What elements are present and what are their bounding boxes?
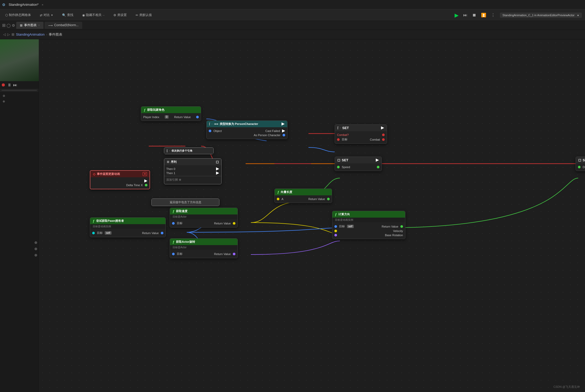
grid-icon: ⊞ (20, 24, 23, 27)
expand-btn-3[interactable]: ⊕ (34, 253, 37, 257)
exec-in-pin (209, 123, 212, 126)
main-layout: ⏺ ⏸ ⏭ ⚙ ⊕ ⊕ ⊕ ⊕ (0, 39, 585, 392)
speed-row: Speed (335, 165, 382, 169)
play-button[interactable]: ▶ (455, 12, 459, 18)
settings-row[interactable]: ⚙ (2, 93, 37, 98)
step-small-btn[interactable]: ⏭ (13, 83, 17, 87)
self-badge: self (105, 231, 112, 235)
node-sequence-header: ⊞ 序列 (164, 159, 221, 165)
node-vector-length[interactable]: ƒ 向量长度 A Return Value (274, 189, 332, 203)
node-try-get-pawn[interactable]: ƒ 尝试获取Pawn拥有者 目标是动画实例 目标 self Return Val… (90, 217, 166, 237)
then0-label: Then 0 (166, 167, 175, 170)
record-button[interactable]: ⏫ (481, 13, 486, 18)
node-calcdir-body: 目标 self Return Value Velocity Base Rotat… (332, 222, 405, 239)
node-cast-header: ⇒⇒ 类型转换为 PersonCharacter (207, 121, 287, 127)
direction-info-label: 返回值中包含了方向信息 (152, 199, 219, 206)
vel-pin (334, 230, 337, 232)
node-set-speed[interactable]: SET Speed (335, 157, 382, 171)
close-tab-icon[interactable]: × (38, 24, 40, 27)
stop-button[interactable]: ⏹ (472, 13, 476, 18)
add-row[interactable]: ⊕ (2, 99, 37, 104)
blueprint-canvas[interactable]: ƒ 获取玩家角色 Player Index 0 Return Value ⇒⇒ … (39, 39, 585, 392)
preview-viewport (0, 39, 39, 81)
node-get-rotation[interactable]: ƒ 获取Actor旋转 目标是Actor 目标 Return Value (170, 238, 238, 258)
base-rot-row: Base Rotation (332, 233, 405, 237)
hide-icon: ◉ (82, 13, 85, 17)
expand-btn-2[interactable]: ⊕ (34, 247, 37, 251)
class-settings-btn[interactable]: ⚙ 类设置 (111, 12, 129, 18)
record-button-small[interactable]: ⏺ (1, 82, 6, 88)
grot-subtitle: 目标是Actor (170, 245, 238, 250)
calcdir-subtitle: 目标是动画实例 (332, 218, 405, 222)
nav-grid-btn[interactable]: ⊞ (12, 32, 14, 36)
delta-row: Delta Time X (90, 183, 150, 187)
gear-icon: ⚙ (113, 13, 116, 17)
tab-event-graph[interactable]: ⊞ 事件图表 × (16, 22, 43, 29)
exec-out-pin (282, 123, 285, 126)
toolbar: ⬡ 制作静态网格体 ⇄ 对比 ▼ 🔍 查找 ◉ 隐藏不相关 ··· ⚙ 类设置 … (0, 9, 585, 21)
player-index-value[interactable]: 0 (165, 115, 169, 119)
left-panel-buttons: ⊕ ⊕ ⊕ (34, 240, 37, 257)
node-pawn-body: 目标 self Return Value (90, 229, 165, 237)
step-button[interactable]: ⏭ (463, 13, 467, 18)
node-get-velocity[interactable]: ƒ 获取速度 目标是Actor 目标 Return Value (170, 208, 238, 228)
hide-btn[interactable]: ◉ 隐藏不相关 ··· (80, 12, 107, 18)
add-pin-icon: ⊕ (179, 178, 181, 181)
compare-btn[interactable]: ⇄ 对比 ▼ (38, 12, 55, 18)
pause-small-btn[interactable]: ⏸ (7, 83, 12, 87)
node-sequence[interactable]: ⊞ 序列 Then 0 Then 1 添加引脚 ⊕ (164, 158, 222, 184)
class-defaults-btn[interactable]: ✏ 类默认值 (134, 12, 154, 18)
then1-row: Then 1 (164, 171, 221, 175)
expand-btn-1[interactable]: ⊕ (34, 240, 37, 245)
direction-row: Direction (576, 165, 585, 169)
search-icon: 🔍 (62, 13, 66, 17)
chevron-down-icon: ▼ (51, 14, 53, 16)
node-set-combat[interactable]: SET Combat? 目标 Combat (335, 124, 387, 144)
exec-out (144, 179, 147, 183)
velocity-row: Velocity (332, 229, 405, 233)
node-set-direction-body: Direction (576, 163, 585, 171)
nav-forward-btn[interactable]: ▷ (7, 32, 10, 36)
node-event-update[interactable]: ◇ 事件蓝图更新动画 ✕ Delta Time X (90, 170, 150, 189)
node-set-direction[interactable]: SET Direction (576, 157, 585, 171)
node-get-player-char[interactable]: ƒ 获取玩家角色 Player Index 0 Return Value (141, 106, 201, 121)
node-set-combat-body: Combat? 目标 Combat (335, 131, 387, 143)
preview-actor-selector[interactable]: StandingAnimation_C_1 in AnimationEditor… (500, 13, 582, 18)
add-pin-row[interactable]: 添加引脚 ⊕ (164, 177, 221, 183)
exec-in (167, 149, 170, 152)
player-index-label: Player Index (143, 115, 159, 119)
node-cast-to-person[interactable]: ⇒⇒ 类型转换为 PersonCharacter Object Cast Fai… (206, 120, 288, 139)
node-set-speed-body: Speed (335, 163, 382, 171)
tab-combat-norm[interactable]: ⟶ Combat到Norm... (45, 22, 82, 29)
node-multi-gate[interactable]: 依次执行多个引角 (164, 147, 214, 154)
search-btn[interactable]: 🔍 查找 (60, 12, 75, 18)
then1-label: Then 1 (166, 172, 175, 175)
func-icon: ƒ (93, 219, 95, 223)
exec-in (578, 159, 581, 162)
a-in-pin (277, 198, 279, 200)
panel-icon[interactable]: ⊞ (2, 23, 5, 28)
watermark: CSDN @飞天遇见坤 (554, 385, 580, 389)
target-in-pin (172, 253, 175, 255)
more-options-button[interactable]: ⋮ (491, 13, 495, 18)
breadcrumb-root[interactable]: StandingAnimation (16, 32, 45, 36)
left-icons-panel: ⚙ ⊕ (0, 92, 38, 106)
node-sequence-body: Then 0 Then 1 添加引脚 ⊕ (164, 165, 221, 184)
gvel-subtitle: 目标是Actor (170, 214, 238, 219)
person-icon[interactable]: ◯ (7, 23, 11, 27)
override-badge: ✕ (143, 172, 147, 176)
settings-icon[interactable]: ⚙ (12, 23, 15, 27)
node-calc-direction[interactable]: ƒ 计算方向 目标是动画实例 目标 self Return Value Velo… (332, 211, 405, 239)
grot-row: 目标 Return Value (170, 251, 238, 256)
seq-sep (164, 176, 221, 176)
close-tab-btn[interactable]: × (42, 3, 43, 6)
timeline-bar (0, 89, 38, 92)
combat-val-pin (382, 138, 385, 141)
a-row: A Return Value (275, 197, 332, 201)
mesh-btn[interactable]: ⬡ 制作静态网格体 (3, 12, 33, 18)
target-in-pin (337, 138, 340, 141)
event-icon: ◇ (93, 172, 95, 176)
nav-back-btn[interactable]: ◁ (3, 32, 6, 36)
player-index-row: Player Index 0 Return Value (141, 115, 201, 119)
node-vlength-body: A Return Value (275, 195, 332, 203)
